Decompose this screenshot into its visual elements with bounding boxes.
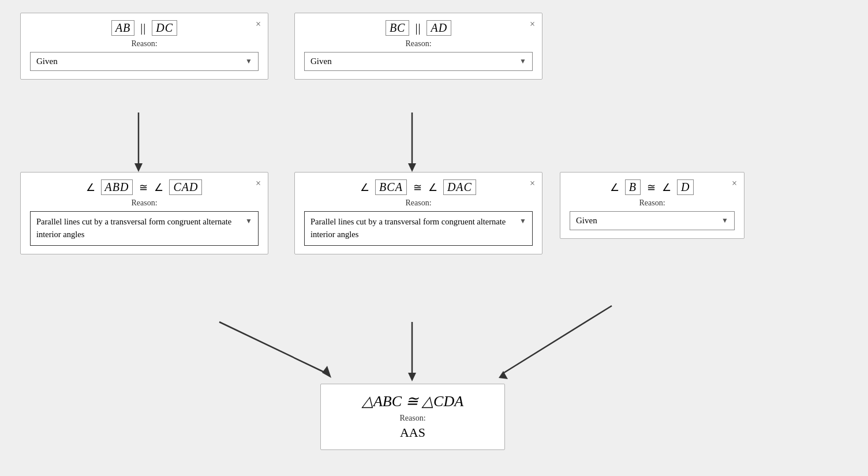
card4-caret: ▼ [519,216,526,226]
proof-container: × AB || DC Reason: Given ▼ × BC || AD Re… [0,0,868,476]
card2-reason-label: Reason: [304,39,533,48]
card3-reason-label: Reason: [30,198,259,208]
card2-title: BC || AD [304,20,533,36]
card2-dropdown-value: Given [310,57,332,66]
card4-angle2: ∠ [428,182,438,193]
card1-title: AB || DC [30,20,259,36]
card3-box1: ABD [101,179,133,195]
card5-box2: D [677,179,694,195]
conclusion-aas: AAS [338,425,487,440]
card2-caret: ▼ [519,57,526,66]
svg-marker-9 [499,371,508,379]
card1-dropdown-value: Given [36,57,58,66]
conclusion-card: △ABC ≅ △CDA Reason: AAS [320,384,505,450]
card2-right-box: AD [426,20,451,36]
conclusion-cong: ≅ [406,393,422,410]
card4-box1: BCA [375,179,407,195]
card5-cong: ≅ [647,182,656,193]
card-b-d: × ∠ B ≅ ∠ D Reason: Given ▼ [560,172,744,239]
card2-dropdown[interactable]: Given ▼ [304,52,533,71]
card3-angle1: ∠ [86,182,96,193]
card1-reason-label: Reason: [30,39,259,48]
conclusion-triangle2: △ [422,393,433,410]
close-card2[interactable]: × [530,19,535,29]
card1-left-box: AB [111,20,134,36]
card4-box2: DAC [443,179,476,195]
card5-angle1: ∠ [610,182,620,193]
conclusion-title: △ABC ≅ △CDA [338,392,487,410]
card3-dropdown[interactable]: Parallel lines cut by a transversal form… [30,211,259,246]
close-card1[interactable]: × [256,19,261,29]
card4-cong: ≅ [413,182,422,193]
svg-marker-5 [322,366,331,378]
svg-line-8 [502,306,612,374]
card-abd-cad: × ∠ ABD ≅ ∠ CAD Reason: Parallel lines c… [20,172,268,254]
card3-box2: CAD [169,179,202,195]
card5-caret: ▼ [721,216,728,225]
card4-dropdown[interactable]: Parallel lines cut by a transversal form… [304,211,533,246]
card-bca-dac: × ∠ BCA ≅ ∠ DAC Reason: Parallel lines c… [294,172,542,254]
card4-reason-label: Reason: [304,198,533,208]
svg-marker-7 [408,373,416,381]
card-bc-ad: × BC || AD Reason: Given ▼ [294,13,542,80]
conclusion-reason-label: Reason: [338,414,487,423]
card2-left-box: BC [386,20,410,36]
card1-caret: ▼ [245,57,252,66]
card3-cong: ≅ [139,182,148,193]
conclusion-abc: ABC [373,393,402,410]
card2-parallel: || [415,21,421,34]
card5-title: ∠ B ≅ ∠ D [570,179,735,195]
svg-marker-3 [408,163,416,172]
card5-reason-label: Reason: [570,198,735,208]
card3-dropdown-value: Parallel lines cut by a transversal form… [36,216,241,241]
conclusion-cda: CDA [433,393,463,410]
conclusion-triangle1: △ [362,393,373,410]
card4-angle1: ∠ [360,182,370,193]
card5-dropdown[interactable]: Given ▼ [570,211,735,230]
close-card5[interactable]: × [732,178,737,189]
card1-right-box: DC [152,20,177,36]
card3-title: ∠ ABD ≅ ∠ CAD [30,179,259,195]
card-ab-dc: × AB || DC Reason: Given ▼ [20,13,268,80]
card4-title: ∠ BCA ≅ ∠ DAC [304,179,533,195]
card5-dropdown-value: Given [576,216,597,226]
close-card4[interactable]: × [530,178,535,189]
card5-angle2: ∠ [662,182,672,193]
card1-parallel: || [140,21,146,34]
svg-line-4 [219,322,328,374]
card5-box1: B [625,179,641,195]
svg-marker-1 [134,163,143,172]
card4-dropdown-value: Parallel lines cut by a transversal form… [310,216,515,241]
card1-dropdown[interactable]: Given ▼ [30,52,259,71]
close-card3[interactable]: × [256,178,261,189]
card3-angle2: ∠ [154,182,164,193]
card3-caret: ▼ [245,216,252,226]
